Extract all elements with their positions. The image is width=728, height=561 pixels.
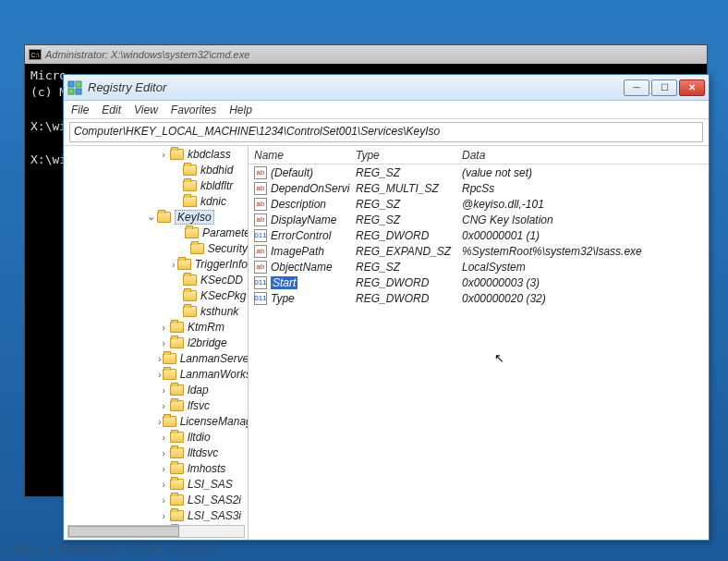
tree-node-label: kbdhid: [200, 164, 233, 177]
value-row[interactable]: abImagePathREG_EXPAND_SZ%SystemRoot%\sys…: [249, 243, 709, 259]
scrollbar-thumb[interactable]: [68, 526, 179, 537]
values-pane[interactable]: Name Type Data ab(Default)REG_SZ(value n…: [249, 146, 709, 540]
chevron-right-icon[interactable]: ›: [158, 149, 169, 160]
dword-value-icon: 011: [254, 229, 267, 242]
menu-view[interactable]: View: [134, 104, 158, 116]
value-type: REG_DWORD: [350, 292, 456, 305]
column-header-name[interactable]: Name: [249, 147, 350, 164]
address-bar[interactable]: Computer\HKEY_LOCAL_MACHINE\1234\Control…: [69, 122, 703, 142]
tree-node-lltdio[interactable]: ›lltdio: [64, 429, 248, 445]
menu-file[interactable]: File: [71, 104, 89, 116]
chevron-right-icon[interactable]: ›: [158, 463, 169, 474]
value-type: REG_EXPAND_SZ: [350, 245, 456, 258]
chevron-right-icon[interactable]: ›: [158, 432, 169, 443]
tree-node-ktmrm[interactable]: ›KtmRm: [64, 319, 248, 335]
tree-node-licensemanag[interactable]: ›LicenseManag: [64, 413, 248, 429]
value-row[interactable]: abObjectNameREG_SZLocalSystem: [249, 259, 709, 274]
column-header-data[interactable]: Data: [456, 147, 709, 164]
menu-favorites[interactable]: Favorites: [171, 104, 216, 116]
tree-node-keyiso[interactable]: ⌄KeyIso: [64, 209, 248, 225]
chevron-right-icon[interactable]: ›: [158, 447, 169, 458]
tree-node-label: LicenseManag: [180, 415, 249, 428]
value-type: REG_SZ: [350, 198, 456, 211]
tree-node-label: KtmRm: [188, 321, 224, 334]
chevron-right-icon[interactable]: ›: [158, 510, 169, 521]
tree-node-l2bridge[interactable]: ›l2bridge: [64, 335, 248, 350]
svg-rect-0: [68, 81, 74, 87]
value-row[interactable]: 011StartREG_DWORD0x00000003 (3): [249, 274, 709, 290]
tree-node-lltdsvc[interactable]: ›lltdsvc: [64, 445, 248, 460]
menu-edit[interactable]: Edit: [102, 104, 121, 116]
close-button[interactable]: ✕: [679, 79, 705, 96]
tree-node-label: KSecPkg: [200, 289, 246, 302]
tree-node-ksecdd[interactable]: KSecDD: [64, 272, 248, 287]
chevron-right-icon[interactable]: ›: [158, 337, 169, 348]
tree-node-kdnic[interactable]: kdnic: [64, 193, 248, 209]
cmd-title-text: Administrator: X:\windows\system32\cmd.e…: [45, 49, 249, 60]
tree-node-lsi_sas[interactable]: ›LSI_SAS: [64, 476, 248, 492]
tree-node-lsi_sas2i[interactable]: ›LSI_SAS2i: [64, 492, 248, 507]
folder-icon: [170, 447, 184, 458]
folder-icon: [170, 337, 184, 348]
tree-node-label: ksthunk: [200, 305, 238, 318]
chevron-right-icon[interactable]: ›: [158, 369, 162, 380]
tree-node-label: LSI_SAS3i: [188, 509, 241, 522]
value-name: ImagePath: [271, 245, 324, 258]
tree-node-label: Security: [208, 242, 248, 255]
chevron-down-icon[interactable]: ⌄: [145, 211, 156, 223]
tree-node-kbdhid[interactable]: kbdhid: [64, 162, 248, 177]
chevron-right-icon[interactable]: ›: [158, 400, 169, 411]
value-type: REG_SZ: [350, 213, 456, 226]
value-row[interactable]: 011TypeREG_DWORD0x00000020 (32): [249, 290, 709, 306]
menu-help[interactable]: Help: [229, 104, 252, 116]
value-name: DependOnService: [271, 182, 350, 195]
tree-node-kbdclass[interactable]: ›kbdclass: [64, 146, 248, 162]
chevron-right-icon[interactable]: ›: [158, 416, 162, 427]
folder-icon: [185, 227, 199, 238]
maximize-button[interactable]: ☐: [651, 79, 677, 96]
tree-h-scrollbar[interactable]: [67, 525, 245, 538]
folder-icon: [170, 400, 184, 411]
tree-node-lanmanworks[interactable]: ›LanmanWorks: [64, 366, 248, 382]
column-header-type[interactable]: Type: [350, 147, 456, 164]
minimize-button[interactable]: ─: [624, 79, 649, 96]
value-row[interactable]: abDisplayNameREG_SZCNG Key Isolation: [249, 212, 709, 227]
folder-icon: [170, 494, 184, 506]
value-data: LocalSystem: [456, 261, 709, 274]
value-data: @keyiso.dll,-101: [456, 198, 709, 211]
value-type: REG_MULTI_SZ: [350, 182, 456, 195]
value-type: REG_SZ: [350, 261, 456, 274]
tree-node-ksthunk[interactable]: ksthunk: [64, 303, 248, 319]
value-type: REG_SZ: [350, 166, 456, 179]
chevron-right-icon[interactable]: ›: [171, 259, 176, 270]
value-data: %SystemRoot%\system32\lsass.exe: [456, 245, 709, 258]
tree-node-parameters[interactable]: Parameters: [64, 225, 248, 240]
tree-node-triggerinfo[interactable]: ›TriggerInfo: [64, 256, 248, 272]
tree-node-lmhosts[interactable]: ›lmhosts: [64, 460, 248, 476]
tree-pane[interactable]: ›kbdclasskbdhidkbldfltrkdnic⌄KeyIsoParam…: [64, 146, 249, 540]
value-type: REG_DWORD: [350, 229, 456, 242]
tree-node-ldap[interactable]: ›ldap: [64, 382, 248, 397]
value-row[interactable]: abDependOnServiceREG_MULTI_SZRpcSs: [249, 180, 709, 196]
regedit-icon: [67, 80, 82, 95]
cmd-titlebar[interactable]: C:\ Administrator: X:\windows\system32\c…: [25, 45, 707, 64]
value-row[interactable]: 011ErrorControlREG_DWORD0x00000001 (1): [249, 227, 709, 243]
regedit-title-text: Registry Editor: [88, 80, 624, 94]
tree-node-security[interactable]: Security: [64, 240, 248, 256]
chevron-right-icon[interactable]: ›: [158, 384, 169, 396]
value-row[interactable]: abDescriptionREG_SZ@keyiso.dll,-101: [249, 196, 709, 212]
tree-node-lfsvc[interactable]: ›lfsvc: [64, 397, 248, 413]
chevron-right-icon[interactable]: ›: [158, 479, 169, 490]
regedit-titlebar[interactable]: Registry Editor ─ ☐ ✕: [64, 75, 709, 101]
tree-node-label: Parameters: [202, 226, 249, 239]
tree-node-ksecpkg[interactable]: KSecPkg: [64, 287, 248, 303]
value-row[interactable]: ab(Default)REG_SZ(value not set): [249, 165, 709, 180]
chevron-right-icon[interactable]: ›: [158, 322, 169, 333]
value-name: (Default): [271, 166, 313, 179]
chevron-right-icon[interactable]: ›: [158, 353, 162, 364]
tree-node-lanmanserver[interactable]: ›LanmanServer: [64, 350, 248, 366]
tree-node-lsi_sas3i[interactable]: ›LSI_SAS3i: [64, 507, 248, 523]
tree-node-kbldfltr[interactable]: kbldfltr: [64, 177, 248, 193]
chevron-right-icon[interactable]: ›: [158, 494, 169, 506]
value-name: ObjectName: [271, 261, 333, 274]
